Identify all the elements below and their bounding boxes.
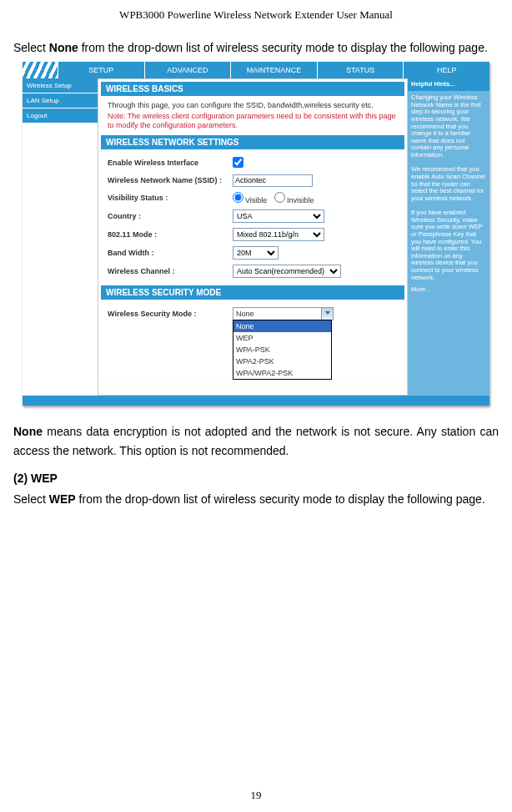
security-mode-selected: None (236, 310, 254, 318)
label-visibility: Visibility Status : (108, 194, 233, 202)
label-bandwidth: Band Width : (108, 249, 233, 257)
label-ssid: Wireless Network Name (SSID) : (108, 176, 233, 184)
hints-panel: Helpful Hints... Changing your Wireless … (408, 78, 489, 396)
label-mode: 802.11 Mode : (108, 230, 233, 239)
panel-security-body: Wireless Security Mode : None None WEP (101, 300, 404, 379)
label-enable: Enable Wireless Interface (108, 159, 233, 167)
label-security-mode: Wireless Security Mode : (108, 310, 233, 318)
p1-post: from the drop-down list of wireless secu… (78, 41, 488, 54)
radio-visible[interactable] (233, 192, 243, 203)
hints-more-link[interactable]: More... (411, 286, 486, 294)
section-wep-title: (2) WEP (13, 472, 499, 485)
nav-advanced[interactable]: ADVANCED (144, 62, 231, 78)
p1-pre: Select (13, 41, 49, 54)
security-option-wep[interactable]: WEP (233, 332, 331, 344)
p2-bold: None (13, 425, 43, 438)
nav-bar: SETUP ADVANCED MAINTENANCE STATUS HELP (23, 62, 489, 78)
nav-setup[interactable]: SETUP (58, 62, 144, 78)
radio-visible-label: Visible (245, 196, 267, 204)
nav-status[interactable]: STATUS (317, 62, 404, 78)
checkbox-enable-wireless[interactable] (233, 157, 243, 168)
radio-invisible[interactable] (274, 192, 285, 203)
security-mode-dropdown-list[interactable]: None WEP WPA-PSK WPA2-PSK WPA/WPA2-PSK (233, 320, 332, 380)
router-ui-screenshot: SETUP ADVANCED MAINTENANCE STATUS HELP W… (23, 62, 489, 406)
p3-post: from the drop-down list of wireless secu… (76, 492, 485, 506)
p3-bold: WEP (49, 492, 76, 506)
nav-help[interactable]: HELP (403, 62, 489, 78)
nav-maintenance[interactable]: MAINTENANCE (230, 62, 317, 78)
main-panel: WIRELESS BASICS Through this page, you c… (98, 78, 408, 396)
security-option-wpa2-psk[interactable]: WPA2-PSK (233, 356, 331, 367)
radio-invisible-label: Invisible (287, 196, 314, 204)
select-security-mode[interactable]: None None WEP WPA-PSK WPA2-PSK WPA/WPA2-… (233, 307, 334, 320)
select-channel[interactable]: Auto Scan(recommended) (233, 265, 341, 278)
panel-settings-header: WIRELESS NETWORK SETTINGS (101, 135, 404, 149)
p3-pre: Select (13, 492, 49, 506)
sidebar-logout[interactable]: Logout (23, 108, 98, 124)
security-option-none[interactable]: None (233, 320, 331, 332)
panel-basics-body: Through this page, you can configure the… (101, 96, 404, 135)
footer-bar (23, 396, 489, 406)
paragraph-wep-intro: Select WEP from the drop-down list of wi… (13, 490, 499, 508)
hints-body-1: Changing your Wireless Network Name is t… (411, 94, 486, 159)
panel-settings-body: Enable Wireless Interface Wireless Netwo… (101, 149, 404, 285)
label-channel: Wireless Channel : (108, 267, 233, 275)
sidebar-wireless-setup[interactable]: Wireless Setup (23, 78, 98, 93)
select-country[interactable]: USA (233, 209, 324, 223)
intro-paragraph-1: Select None from the drop-down list of w… (13, 38, 499, 57)
security-option-wpa-wpa2-psk[interactable]: WPA/WPA2-PSK (233, 367, 331, 379)
basics-note: Note: The wireless client configuration … (108, 112, 398, 130)
select-bandwidth[interactable]: 20M (233, 246, 279, 260)
chevron-down-icon (325, 311, 330, 315)
paragraph-none-explain: None means data encryption is not adopte… (13, 422, 499, 460)
p1-bold: None (49, 41, 78, 54)
sidebar-lan-setup[interactable]: LAN Setup (23, 93, 98, 108)
panel-basics-header: WIRELESS BASICS (101, 82, 404, 96)
sidebar: Wireless Setup LAN Setup Logout (23, 78, 98, 396)
hints-body-3: If you have enabled Wireless Security, m… (411, 209, 486, 281)
input-ssid[interactable] (233, 174, 313, 187)
doc-header: WPB3000 Powerline Wireless Network Exten… (13, 8, 499, 22)
select-mode[interactable]: Mixed 802.11b/g/n (233, 228, 324, 241)
basics-intro: Through this page, you can configure the… (108, 101, 398, 109)
p2-post: means data encryption is not adopted and… (13, 425, 499, 456)
hints-title: Helpful Hints... (408, 78, 489, 91)
security-option-wpa-psk[interactable]: WPA-PSK (233, 344, 331, 356)
hints-body-2: We recommend that you enable Auto Scan C… (411, 166, 486, 202)
panel-security-header: WIRELESS SECURITY MODE (101, 285, 404, 300)
label-country: Country : (108, 212, 233, 220)
nav-logo-stripes (23, 62, 58, 78)
page-number: 19 (0, 789, 512, 802)
